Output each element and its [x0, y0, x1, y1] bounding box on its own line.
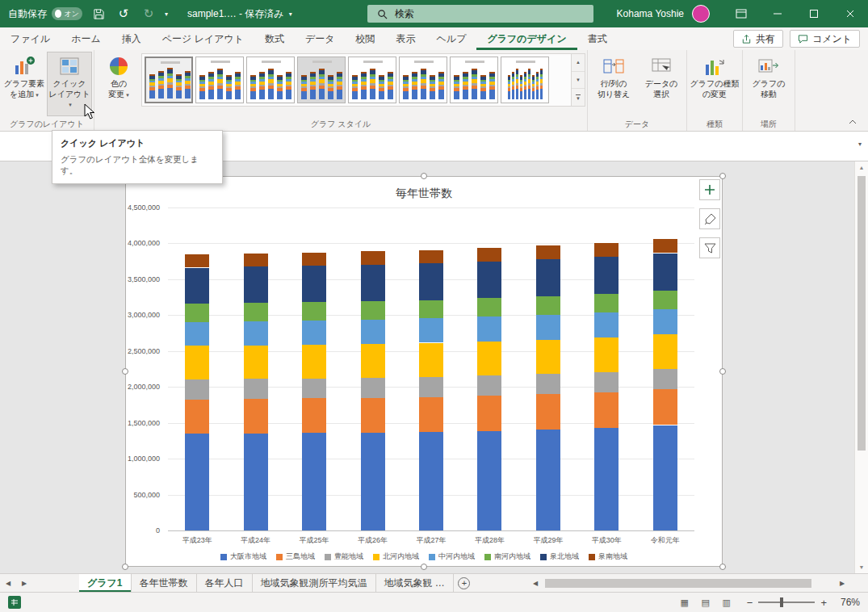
ribbon-tab-format[interactable]: 書式 — [577, 27, 618, 50]
bar-segment[interactable] — [244, 346, 268, 379]
bar-segment[interactable] — [653, 425, 677, 531]
bar-segment[interactable] — [653, 369, 677, 389]
legend-item[interactable]: 大阪市地域 — [220, 551, 266, 562]
sheet-tab-chart1[interactable]: グラフ1 — [79, 574, 132, 592]
bar-segment[interactable] — [536, 394, 560, 430]
bar-segment[interactable] — [185, 304, 209, 322]
autosave-switch[interactable]: オン — [52, 7, 82, 20]
chart-style-thumbnail-3[interactable] — [246, 57, 295, 103]
gallery-scroll-up-button[interactable]: ▲ — [572, 54, 585, 72]
chart-styles-button[interactable] — [699, 208, 720, 229]
ribbon-tab-data[interactable]: データ — [295, 27, 346, 50]
sheet-tab-regional-weather-2[interactable]: 地域気象観 … — [376, 574, 454, 592]
bar-segment[interactable] — [477, 396, 501, 431]
comments-button[interactable]: コメント — [790, 30, 860, 48]
h-scroll-right-button[interactable]: ▶ — [834, 580, 850, 587]
zoom-slider-thumb[interactable] — [780, 597, 783, 607]
bar-segment[interactable] — [361, 320, 385, 344]
chart-legend[interactable]: 大阪市地域三島地域豊能地域北河内地域中河内地域南河内地域泉北地域泉南地域 — [126, 551, 722, 562]
legend-item[interactable]: 南河内地域 — [484, 551, 530, 562]
bar-segment[interactable] — [244, 303, 268, 321]
bar-segment[interactable] — [185, 434, 209, 530]
minimize-button[interactable] — [759, 0, 795, 27]
bar-segment[interactable] — [477, 375, 501, 396]
bar-segment[interactable] — [185, 379, 209, 400]
scroll-up-button[interactable]: ▲ — [855, 165, 868, 170]
bar-segment[interactable] — [477, 316, 501, 341]
ribbon-tab-page-layout[interactable]: ページ レイアウト — [152, 27, 254, 50]
autosave-toggle[interactable]: 自動保存 オン — [8, 7, 82, 21]
bar-segment[interactable] — [185, 400, 209, 434]
switch-row-column-button[interactable]: 行/列の 切り替え — [589, 52, 638, 116]
chart-style-thumbnail-8[interactable] — [501, 57, 549, 103]
zoom-in-button[interactable]: + — [820, 597, 827, 609]
bar-segment[interactable] — [361, 265, 385, 301]
bar-segment[interactable] — [302, 266, 326, 302]
bar-segment[interactable] — [419, 377, 443, 397]
bar-segment[interactable] — [594, 428, 619, 530]
bar-segment[interactable] — [361, 301, 385, 320]
bar-segment[interactable] — [653, 239, 677, 253]
legend-item[interactable]: 三島地域 — [276, 551, 315, 562]
chart-filters-button[interactable] — [699, 237, 720, 258]
bar-segment[interactable] — [653, 389, 677, 425]
horizontal-scrollbar[interactable]: ◀ ▶ — [527, 574, 850, 592]
bar-segment[interactable] — [536, 259, 560, 296]
bar-segment[interactable] — [302, 433, 326, 530]
gallery-more-button[interactable]: ▼ — [572, 89, 585, 106]
ribbon-tab-home[interactable]: ホーム — [61, 27, 111, 50]
bar-segment[interactable] — [419, 343, 443, 377]
legend-item[interactable]: 泉北地域 — [540, 551, 579, 562]
scroll-down-button[interactable]: ▼ — [855, 564, 868, 570]
chart-style-thumbnail-4[interactable] — [297, 57, 346, 103]
bar-segment[interactable] — [594, 337, 619, 372]
sheet-tab-regional-avg-temperature[interactable]: 地域気象観測所平均気温 — [253, 574, 376, 592]
bar-segment[interactable] — [244, 399, 268, 434]
sheet-nav-left-button[interactable]: ◀ — [0, 574, 16, 592]
bar-segment[interactable] — [302, 398, 326, 433]
bar-segment[interactable] — [594, 294, 619, 312]
selection-handle[interactable] — [122, 564, 128, 570]
zoom-level[interactable]: 76% — [832, 597, 860, 608]
bar-segment[interactable] — [594, 257, 619, 294]
chart-style-thumbnail-7[interactable] — [450, 57, 498, 103]
h-scroll-track[interactable] — [543, 577, 834, 589]
bar-segment[interactable] — [361, 344, 385, 378]
bar-segment[interactable] — [419, 250, 443, 264]
share-button[interactable]: 共有 — [733, 30, 783, 48]
bar-segment[interactable] — [594, 312, 619, 337]
bar-segment[interactable] — [653, 309, 677, 334]
ribbon-tab-file[interactable]: ファイル — [0, 27, 61, 50]
formula-bar-expand-button[interactable]: ▾ — [858, 140, 862, 148]
bar-segment[interactable] — [536, 340, 560, 375]
change-chart-type-button[interactable]: グラフの種類 の変更 — [689, 52, 740, 116]
bar-segment[interactable] — [536, 245, 560, 259]
bar-segment[interactable] — [536, 296, 560, 315]
chart-style-thumbnail-1[interactable] — [145, 57, 193, 103]
ribbon-display-options-button[interactable] — [723, 0, 759, 27]
bar-segment[interactable] — [419, 300, 443, 319]
horizontal-scrollbar-thumb[interactable] — [545, 579, 811, 588]
gallery-scroll-down-button[interactable]: ▼ — [572, 72, 585, 90]
bar-segment[interactable] — [653, 334, 677, 369]
vertical-scrollbar[interactable]: ▲ ▼ — [854, 161, 868, 573]
title-dropdown-icon[interactable]: ▾ — [289, 10, 292, 18]
ribbon-tab-chart-design[interactable]: グラフのデザイン — [476, 27, 577, 50]
selection-handle[interactable] — [719, 564, 726, 570]
bar-segment[interactable] — [653, 291, 677, 309]
ribbon-tab-formulas[interactable]: 数式 — [254, 27, 295, 50]
legend-item[interactable]: 北河内地域 — [373, 551, 419, 562]
user-avatar[interactable] — [692, 5, 710, 23]
zoom-out-button[interactable]: − — [747, 597, 753, 609]
move-chart-button[interactable]: グラフの 移動 — [744, 52, 793, 116]
bar-segment[interactable] — [536, 430, 560, 530]
ribbon-tab-review[interactable]: 校閲 — [346, 27, 386, 50]
bar-segment[interactable] — [536, 374, 560, 394]
bar-segment[interactable] — [185, 322, 209, 346]
bar-segment[interactable] — [185, 254, 209, 267]
bar-segment[interactable] — [185, 346, 209, 379]
selection-handle[interactable] — [719, 368, 726, 375]
selection-handle[interactable] — [421, 564, 427, 570]
bar-segment[interactable] — [244, 434, 268, 530]
sheet-tab-annual-population[interactable]: 各年人口 — [197, 574, 253, 592]
